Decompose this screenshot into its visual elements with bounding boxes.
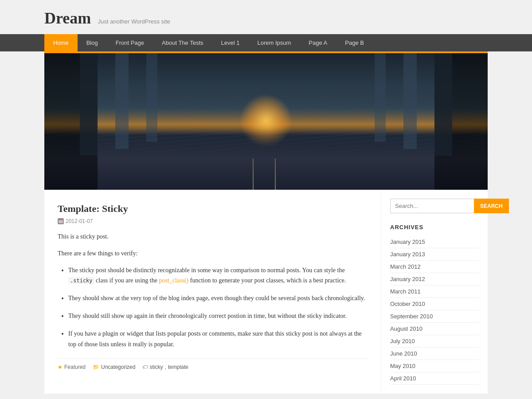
archive-link[interactable]: June 2010 xyxy=(390,350,417,357)
archive-link[interactable]: July 2010 xyxy=(390,338,415,344)
archive-link[interactable]: January 2012 xyxy=(390,276,425,282)
archives-section: ARCHIVES January 2015 January 2013 March… xyxy=(390,224,479,385)
folder-icon: 📁 xyxy=(93,364,99,370)
category-link[interactable]: Uncategorized xyxy=(101,364,135,370)
nav-front-page[interactable]: Front Page xyxy=(107,34,153,51)
archive-link[interactable]: September 2010 xyxy=(390,313,433,320)
calendar-icon: 📅 xyxy=(58,218,64,224)
archives-heading: ARCHIVES xyxy=(390,224,479,231)
star-icon: ★ xyxy=(58,364,63,370)
list-item: October 2010 xyxy=(390,298,479,310)
nav-page-a[interactable]: Page A xyxy=(300,34,336,51)
main-content: Template: Sticky 📅 2012-01-07 This is a … xyxy=(44,190,381,394)
tag-separator: , xyxy=(164,364,166,370)
list-item: July 2010 xyxy=(390,335,479,348)
list-item: They should show at the very top of the … xyxy=(68,293,368,304)
list-item: March 2011 xyxy=(390,286,479,298)
nav-about-the-tests[interactable]: About The Tests xyxy=(153,34,212,51)
tags-item: 🏷 sticky , template xyxy=(142,364,188,370)
search-box: SEARCH xyxy=(390,199,479,213)
post-title: Template: Sticky xyxy=(58,203,368,215)
archive-link[interactable]: March 2011 xyxy=(390,288,421,295)
archive-link[interactable]: August 2010 xyxy=(390,325,422,332)
archive-link[interactable]: March 2012 xyxy=(390,263,421,270)
archive-link[interactable]: January 2013 xyxy=(390,251,425,258)
sidebar: SEARCH ARCHIVES January 2015 January 201… xyxy=(381,190,488,394)
list-item: April 2010 xyxy=(390,372,479,385)
list-item: They should still show up again in their… xyxy=(68,311,368,321)
site-title: Dream xyxy=(44,9,91,27)
list-item: The sticky post should be distinctly rec… xyxy=(68,265,368,286)
nav-page-b[interactable]: Page B xyxy=(336,34,373,51)
list-item: January 2012 xyxy=(390,273,479,286)
nav-blog[interactable]: Blog xyxy=(78,34,107,51)
list-item: January 2015 xyxy=(390,236,479,248)
category-item: 📁 Uncategorized xyxy=(93,364,135,370)
list-item: If you have a plugin or widget that list… xyxy=(68,329,368,350)
nav-lorem-ipsum[interactable]: Lorem Ipsum xyxy=(248,34,300,51)
nav-home[interactable]: Home xyxy=(44,34,78,51)
nav-level-1[interactable]: Level 1 xyxy=(212,34,249,51)
featured-label: Featured xyxy=(64,364,86,370)
post-date: 2012-01-07 xyxy=(66,218,93,224)
search-button[interactable]: SEARCH xyxy=(474,199,509,213)
list-item: May 2010 xyxy=(390,360,479,372)
archive-link[interactable]: April 2010 xyxy=(390,375,416,382)
list-item: March 2012 xyxy=(390,261,479,273)
list-item: January 2013 xyxy=(390,248,479,261)
site-tagline: Just another WordPress site xyxy=(98,18,170,25)
main-nav: Home Blog Front Page About The Tests Lev… xyxy=(44,34,488,51)
list-item: June 2010 xyxy=(390,348,479,360)
code-sticky: .sticky xyxy=(68,277,94,284)
post-bullet-list: The sticky post should be distinctly rec… xyxy=(68,265,368,350)
post-subheading: There are a few things to verify: xyxy=(58,248,368,259)
archive-link[interactable]: January 2015 xyxy=(390,239,425,245)
tag-template[interactable]: template xyxy=(168,364,188,370)
tag-icon: 🏷 xyxy=(142,364,148,370)
tag-sticky[interactable]: sticky xyxy=(149,364,163,370)
archive-link[interactable]: May 2010 xyxy=(390,363,415,369)
hero-image xyxy=(44,53,488,190)
search-input[interactable] xyxy=(390,199,474,213)
post-class-link[interactable]: post_class() xyxy=(159,277,188,284)
post-meta: 📅 2012-01-07 xyxy=(58,218,368,224)
archives-list: January 2015 January 2013 March 2012 Jan… xyxy=(390,236,479,385)
list-item: September 2010 xyxy=(390,310,479,323)
list-item: August 2010 xyxy=(390,323,479,335)
archive-link[interactable]: October 2010 xyxy=(390,301,425,307)
post-footer: ★ Featured 📁 Uncategorized 🏷 sticky , te… xyxy=(58,358,368,370)
post-intro: This is a sticky post. xyxy=(58,231,368,242)
featured-item: ★ Featured xyxy=(58,364,86,370)
